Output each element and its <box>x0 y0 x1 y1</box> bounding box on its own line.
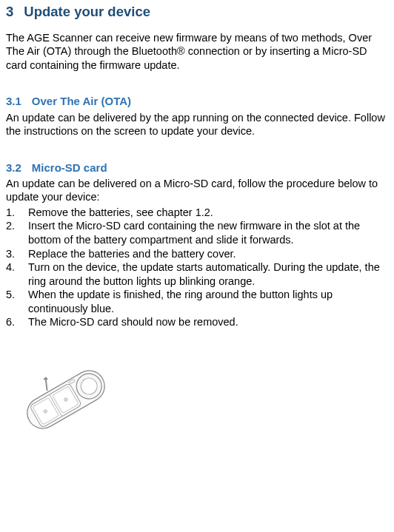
list-item: 5.When the update is finished, the ring … <box>6 288 388 315</box>
list-item: 3.Replace the batteries and the battery … <box>6 247 388 261</box>
heading-ota-number: 3.1 <box>6 94 21 108</box>
ota-body: An update can be delivered by the app ru… <box>6 111 388 138</box>
step-text: Turn on the device, the update starts au… <box>28 260 388 288</box>
step-number: 3. <box>6 247 28 261</box>
step-number: 2. <box>6 219 28 246</box>
heading-sd-title: Micro-SD card <box>32 161 107 175</box>
heading-sd: 3.2 Micro-SD card <box>6 161 388 175</box>
step-text: The Micro-SD card should now be removed. <box>28 315 388 329</box>
scanner-device-icon <box>10 350 121 450</box>
step-text: Replace the batteries and the battery co… <box>28 247 388 261</box>
step-number: 1. <box>6 206 28 220</box>
list-item: 2.Insert the Micro-SD card containing th… <box>6 219 388 246</box>
device-illustration <box>10 350 388 454</box>
intro-paragraph: The AGE Scanner can receive new firmware… <box>6 31 388 73</box>
heading-1-title: Update your device <box>24 3 150 21</box>
sd-body: An update can be delivered on a Micro-SD… <box>6 177 388 204</box>
step-text: When the update is finished, the ring ar… <box>28 288 388 315</box>
heading-ota-title: Over The Air (OTA) <box>32 94 131 108</box>
heading-1-number: 3 <box>6 3 13 21</box>
list-item: 1.Remove the batteries, see chapter 1.2. <box>6 206 388 220</box>
step-number: 5. <box>6 288 28 315</box>
list-item: 6.The Micro-SD card should now be remove… <box>6 315 388 329</box>
step-number: 4. <box>6 260 28 288</box>
list-item: 4.Turn on the device, the update starts … <box>6 260 388 288</box>
step-text: Remove the batteries, see chapter 1.2. <box>28 206 388 220</box>
heading-ota: 3.1 Over The Air (OTA) <box>6 94 388 108</box>
step-number: 6. <box>6 315 28 329</box>
heading-level-1: 3 Update your device <box>6 3 388 21</box>
step-text: Insert the Micro-SD card containing the … <box>28 219 388 246</box>
heading-sd-number: 3.2 <box>6 161 21 175</box>
sd-steps-list: 1.Remove the batteries, see chapter 1.2.… <box>6 206 388 329</box>
